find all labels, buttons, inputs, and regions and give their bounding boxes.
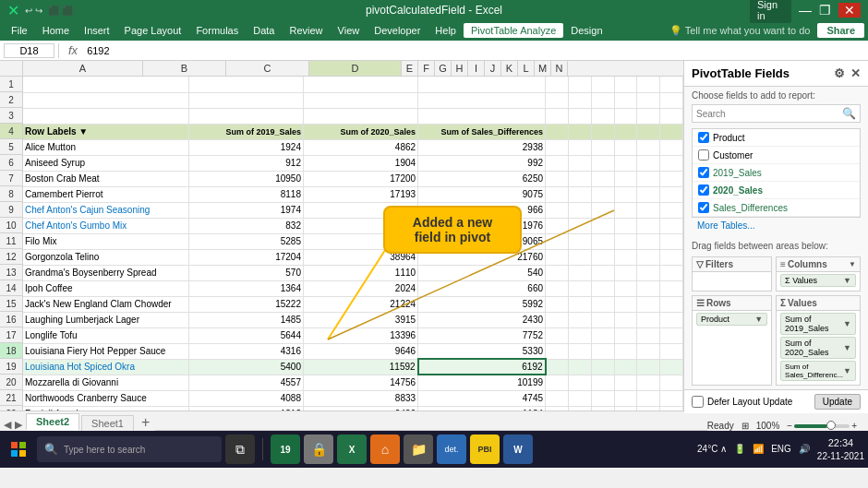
sheet-tabs-bar: ◀ ▶ Sheet2 Sheet1 + Ready ⊞ 100% − +	[0, 411, 868, 431]
column-headers: A B C D E F G H I J K L M N	[0, 61, 683, 77]
zoom-in-icon[interactable]: +	[851, 421, 857, 431]
col-header-l[interactable]: L	[518, 61, 535, 76]
tag-arrow-icon[interactable]: ▼	[843, 276, 851, 285]
col-header-a[interactable]: A	[23, 61, 143, 76]
row-num-14: 14	[0, 280, 22, 296]
sheet-tab-sheet2[interactable]: Sheet2	[26, 413, 79, 431]
cells-area: Added a new field in pivot	[23, 77, 683, 411]
row-num-2: 2	[0, 92, 22, 108]
row-num-7: 7	[0, 171, 22, 186]
col-header-n[interactable]: N	[551, 61, 568, 76]
pivot-row-tag-product: Product ▼	[696, 313, 767, 326]
menu-developer[interactable]: Developer	[367, 23, 428, 38]
menu-help[interactable]: Help	[428, 23, 464, 38]
table-row: Alice Mutton192448622938	[23, 139, 683, 155]
taskbar-app-powerbi[interactable]: PBI	[470, 434, 500, 464]
menu-design[interactable]: Design	[563, 23, 609, 38]
field-checkbox-product[interactable]	[698, 132, 709, 143]
taskbar-search[interactable]: 🔍 Type here to search	[37, 436, 222, 462]
menu-data[interactable]: Data	[246, 23, 282, 38]
field-checkbox-2019sales[interactable]	[698, 167, 709, 178]
col-header-d[interactable]: D	[309, 61, 402, 76]
pivot-panel-header: PivotTable Fields ⚙ ✕	[684, 61, 868, 87]
pivot-search-input[interactable]	[693, 107, 838, 121]
start-button[interactable]	[4, 434, 33, 464]
col-header-g[interactable]: G	[435, 61, 452, 76]
field-checkbox-customer[interactable]	[698, 149, 709, 161]
row-num-11: 11	[0, 233, 22, 249]
tag-arrow-icon[interactable]: ▼	[843, 343, 851, 352]
table-row: Laughing Lumberjack Lager148539152430	[23, 312, 683, 327]
taskbar-app-det[interactable]: det.	[437, 434, 466, 464]
main-area: A B C D E F G H I J K L M N 1 2 3 4 5 6	[0, 61, 868, 411]
col-header-i[interactable]: I	[468, 61, 485, 76]
menu-page-layout[interactable]: Page Layout	[117, 23, 189, 38]
menu-insert[interactable]: Insert	[77, 23, 117, 38]
table-row: Camembert Pierrot8118171939075	[23, 186, 683, 202]
menu-pivottable-analyze[interactable]: PivotTable Analyze	[464, 23, 563, 38]
field-checkbox-2020sales[interactable]	[698, 184, 709, 196]
close-button[interactable]: ✕	[838, 3, 861, 18]
ready-status: Ready	[707, 421, 734, 431]
col-header-b[interactable]: B	[143, 61, 226, 76]
col-header-e[interactable]: E	[402, 61, 418, 76]
data-table: Row Labels ▼ Sum of 2019_Sales Sum of 20…	[23, 77, 683, 411]
zoom-out-icon[interactable]: −	[787, 421, 792, 431]
table-row	[23, 92, 683, 108]
menu-review[interactable]: Review	[282, 23, 330, 38]
table-row: Ipoh Coffee13642024660	[23, 280, 683, 296]
field-item-2019sales: 2019_Sales	[693, 164, 860, 182]
col-header-f[interactable]: F	[418, 61, 435, 76]
table-row: Gorgonzola Telino172043896421760	[23, 249, 683, 265]
col-header-h[interactable]: H	[452, 61, 468, 76]
sheet-tab-sheet1[interactable]: Sheet1	[81, 415, 134, 431]
field-item-2020sales: 2020_Sales	[693, 182, 860, 199]
field-label-sales-diff: Sales_Differences	[713, 203, 788, 213]
taskbar-app-lock[interactable]: 🔒	[304, 434, 333, 464]
taskbar-app-excel[interactable]: X	[337, 434, 367, 464]
tell-me-input[interactable]: 💡 Tell me what you want to do	[662, 25, 818, 37]
tag-arrow-icon[interactable]: ▼	[754, 315, 763, 324]
scroll-right-icon[interactable]: ▶	[15, 419, 22, 431]
share-button[interactable]: Share	[817, 23, 864, 38]
table-row-header: Row Labels ▼ Sum of 2019_Sales Sum of 20…	[23, 124, 683, 139]
pivot-area-rows-content: Product ▼	[693, 311, 771, 329]
row-num-9: 9	[0, 202, 22, 218]
row-num-20: 20	[0, 375, 22, 390]
minimize-button[interactable]: —	[799, 3, 812, 18]
taskbar-app-word[interactable]: W	[503, 434, 533, 464]
taskbar-app-home[interactable]: ⌂	[370, 434, 400, 464]
menu-file[interactable]: File	[4, 23, 35, 38]
more-tables-link[interactable]: More Tables...	[692, 218, 861, 233]
menu-formulas[interactable]: Formulas	[188, 23, 246, 38]
tag-arrow-icon[interactable]: ▼	[843, 366, 851, 375]
col-header-j[interactable]: J	[485, 61, 501, 76]
pivot-close-icon[interactable]: ✕	[850, 66, 861, 80]
sign-in-button[interactable]: Sign in	[750, 0, 791, 23]
scroll-left-icon[interactable]: ◀	[4, 419, 11, 431]
pivot-panel: PivotTable Fields ⚙ ✕ Choose fields to a…	[683, 61, 868, 411]
taskbar-app-notes[interactable]: 19	[271, 434, 300, 464]
page-break-icon[interactable]: ⊞	[741, 421, 749, 431]
update-button[interactable]: Update	[814, 394, 861, 410]
field-label-customer: Customer	[713, 150, 753, 161]
taskbar-temp: 24°C ∧	[697, 444, 727, 454]
col-header-m[interactable]: M	[535, 61, 551, 76]
pivot-area-columns-content: Σ Values ▼	[777, 272, 860, 291]
add-sheet-button[interactable]: +	[136, 414, 155, 431]
defer-update-checkbox[interactable]	[692, 396, 704, 408]
cell-reference-box[interactable]: D18	[4, 43, 54, 58]
tag-arrow-icon[interactable]: ▼	[843, 319, 851, 328]
row-num-12: 12	[0, 249, 22, 265]
spreadsheet: A B C D E F G H I J K L M N 1 2 3 4 5 6	[0, 61, 683, 411]
pivot-settings-icon[interactable]: ⚙	[834, 66, 845, 80]
col-header-c[interactable]: C	[226, 61, 309, 76]
menu-home[interactable]: Home	[35, 23, 77, 38]
maximize-button[interactable]: ❐	[819, 3, 831, 18]
field-checkbox-sales-diff[interactable]	[698, 202, 709, 213]
zoom-slider[interactable]	[826, 421, 836, 430]
col-header-k[interactable]: K	[501, 61, 518, 76]
taskbar-app-files[interactable]: 📁	[404, 434, 433, 464]
menu-view[interactable]: View	[331, 23, 368, 38]
taskbar-task-view[interactable]: ⧉	[225, 434, 255, 464]
